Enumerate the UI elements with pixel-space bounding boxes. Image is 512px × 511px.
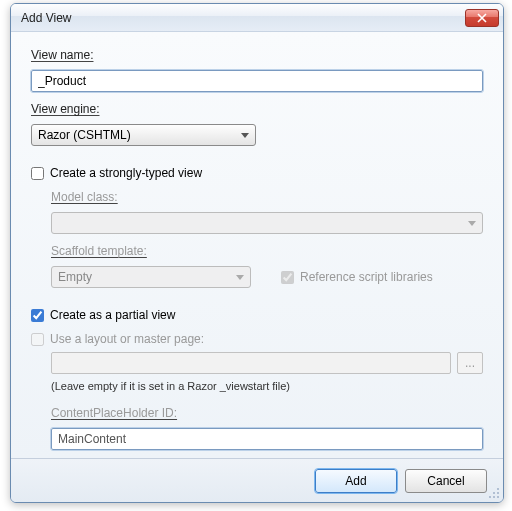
dialog-content: View name: View engine: Razor (CSHTML) C… [11,32,503,458]
svg-point-2 [493,492,495,494]
chevron-down-icon [241,133,249,138]
dialog-window: Add View View name: View engine: Razor (… [10,3,504,503]
use-layout-label: Use a layout or master page: [50,332,204,346]
layout-section: ... (Leave empty if it is set in a Razor… [31,352,483,450]
svg-point-4 [493,496,495,498]
partial-view-checkbox[interactable] [31,309,44,322]
titlebar: Add View [11,4,503,32]
add-button[interactable]: Add [315,469,397,493]
scaffold-value: Empty [58,270,92,284]
use-layout-row: Use a layout or master page: [31,332,483,346]
svg-point-5 [489,496,491,498]
cph-input [51,428,483,450]
window-title: Add View [21,11,465,25]
browse-button: ... [457,352,483,374]
cancel-button[interactable]: Cancel [405,469,487,493]
model-class-label: Model class: [51,190,483,204]
svg-point-0 [497,488,499,490]
use-layout-checkbox [31,333,44,346]
ref-script-checkbox [281,271,294,284]
view-engine-label: View engine: [31,102,483,116]
scaffold-select: Empty [51,266,251,288]
model-class-select [51,212,483,234]
ellipsis-icon: ... [465,356,475,370]
view-engine-select[interactable]: Razor (CSHTML) [31,124,256,146]
ref-script-row: Reference script libraries [281,270,433,284]
svg-point-3 [497,496,499,498]
strongly-typed-checkbox[interactable] [31,167,44,180]
cph-label: ContentPlaceHolder ID: [51,406,483,420]
close-icon [477,13,487,23]
view-name-input[interactable] [31,70,483,92]
svg-point-1 [497,492,499,494]
strongly-typed-section: Model class: Scaffold template: Empty Re… [31,190,483,288]
layout-hint: (Leave empty if it is set in a Razor _vi… [51,380,483,392]
partial-view-row[interactable]: Create as a partial view [31,308,483,322]
layout-path-input [51,352,451,374]
button-bar: Add Cancel [11,458,503,502]
view-engine-value: Razor (CSHTML) [38,128,131,142]
strongly-typed-label: Create a strongly-typed view [50,166,202,180]
ref-script-label: Reference script libraries [300,270,433,284]
view-name-label: View name: [31,48,483,62]
resize-grip-icon[interactable] [488,487,500,499]
chevron-down-icon [236,275,244,280]
strongly-typed-row[interactable]: Create a strongly-typed view [31,166,483,180]
scaffold-label: Scaffold template: [51,244,483,258]
partial-view-label: Create as a partial view [50,308,175,322]
close-button[interactable] [465,9,499,27]
chevron-down-icon [468,221,476,226]
